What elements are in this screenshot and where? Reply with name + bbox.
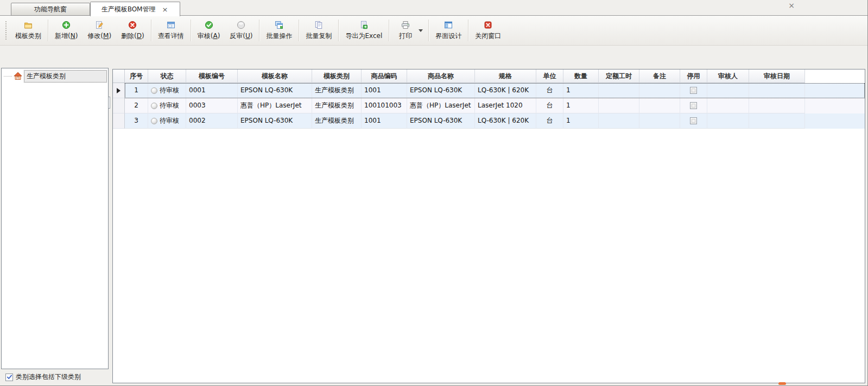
cell-auditor[interactable] — [707, 98, 749, 113]
tree-node-root[interactable]: 生产模板类别 — [4, 70, 107, 82]
column-header-name[interactable]: 模板名称 — [238, 69, 312, 83]
print-icon — [401, 21, 410, 29]
export-excel-button[interactable]: 导出为Excel — [340, 17, 387, 44]
cell-product_name[interactable]: EPSON LQ-630K — [407, 113, 475, 129]
cell-qty[interactable]: 1 — [563, 113, 599, 129]
tab-close-icon[interactable]: × — [161, 6, 169, 13]
current-row-arrow-icon — [117, 88, 121, 93]
include-subcategories-checkbox[interactable] — [5, 374, 13, 381]
cell-category[interactable]: 生产模板类别 — [312, 98, 362, 113]
column-header-qty[interactable]: 数量 — [563, 69, 599, 83]
cell-seq[interactable]: 2 — [125, 98, 148, 113]
cell-audit_date[interactable] — [749, 113, 805, 129]
approve-button[interactable]: 审核(A) — [193, 17, 225, 44]
cell-disabled[interactable] — [680, 83, 707, 98]
cell-name[interactable]: EPSON LQ-630K — [238, 113, 312, 129]
cell-product_code[interactable]: 1001 — [362, 113, 407, 129]
toolbar-button-label: 关闭窗口 — [475, 31, 501, 41]
cell-remark[interactable] — [639, 98, 680, 113]
cell-name[interactable]: 惠普（HP）LaserJet — [238, 98, 312, 113]
row-indicator-cell[interactable] — [113, 113, 125, 129]
column-header-hours[interactable]: 定额工时 — [599, 69, 639, 83]
toolbar: 模板类别新增(N)修改(M)删除(D)查看详情审核(A)反审(U)批量操作批量复… — [0, 16, 867, 46]
edit-button[interactable]: 修改(M) — [83, 17, 116, 44]
toolbar-button-label: 模板类别 — [15, 31, 41, 41]
cell-hours[interactable] — [599, 83, 639, 98]
column-header-status[interactable]: 状态 — [148, 69, 186, 83]
grid-row[interactable]: 3待审核0002EPSON LQ-630K生产模板类别1001EPSON LQ-… — [113, 113, 865, 129]
template-category-button[interactable]: 模板类别 — [10, 17, 46, 44]
cell-category[interactable]: 生产模板类别 — [312, 83, 362, 98]
close-window-button[interactable]: 关闭窗口 — [470, 17, 506, 44]
grid-body: 1待审核0001EPSON LQ-630K生产模板类别1001EPSON LQ-… — [113, 83, 865, 129]
cell-seq[interactable]: 1 — [125, 83, 148, 98]
cell-spec[interactable]: LQ-630K | 620K — [475, 83, 536, 98]
row-indicator-cell[interactable] — [113, 83, 125, 98]
cell-unit[interactable]: 台 — [536, 98, 563, 113]
cell-audit_date[interactable] — [749, 98, 805, 113]
cell-product_name[interactable]: 惠普（HP）LaserJet — [407, 98, 475, 113]
column-header-audit_date[interactable]: 审核日期 — [749, 69, 805, 83]
tab-function-navigation[interactable]: 功能导航窗 — [11, 3, 90, 16]
row-indicator-cell[interactable] — [113, 98, 125, 113]
cell-seq[interactable]: 3 — [125, 113, 148, 129]
unapprove-button[interactable]: 反审(U) — [225, 17, 257, 44]
column-header-auditor[interactable]: 审核人 — [707, 69, 749, 83]
window-close-icon[interactable]: × — [786, 1, 797, 10]
grid-header-row: 序号状态模板编号模板名称模板类别商品编码商品名称规格单位数量定额工时备注停用审核… — [113, 69, 865, 83]
cell-unit[interactable]: 台 — [536, 83, 563, 98]
column-header-remark[interactable]: 备注 — [639, 69, 680, 83]
cell-status[interactable]: 待审核 — [148, 98, 186, 113]
cell-spec[interactable]: LQ-630K | 620K — [475, 113, 536, 129]
view-detail-button[interactable]: 查看详情 — [153, 17, 189, 44]
design-icon — [444, 21, 453, 29]
cell-product_code[interactable]: 100101003 — [362, 98, 407, 113]
toolbar-grip[interactable] — [5, 21, 7, 40]
batch-operation-button[interactable]: 批量操作 — [261, 17, 297, 44]
tree-node-label[interactable]: 生产模板类别 — [24, 70, 107, 83]
filter-bar: 模板编号或名称 生产产品 ··· 模糊查询 物料名称 ··· 显示停用 查询(F… — [0, 46, 867, 66]
print-button[interactable]: 打印 — [391, 17, 420, 44]
cell-code[interactable]: 0001 — [186, 83, 238, 98]
cell-disabled[interactable] — [680, 113, 707, 129]
cell-category[interactable]: 生产模板类别 — [312, 113, 362, 129]
cell-code[interactable]: 0002 — [186, 113, 238, 129]
grid-row[interactable]: 2待审核0003惠普（HP）LaserJet生产模板类别100101003惠普（… — [113, 98, 865, 113]
cell-code[interactable]: 0003 — [186, 98, 238, 113]
column-header-category[interactable]: 模板类别 — [312, 69, 362, 83]
cell-hours[interactable] — [599, 98, 639, 113]
batch-copy-button[interactable]: 批量复制 — [301, 17, 337, 44]
grid-resize-nub[interactable] — [778, 382, 786, 385]
column-header-disabled[interactable]: 停用 — [680, 69, 707, 83]
add-button[interactable]: 新增(N) — [50, 17, 83, 44]
grid-row[interactable]: 1待审核0001EPSON LQ-630K生产模板类别1001EPSON LQ-… — [113, 83, 865, 98]
column-header-spec[interactable]: 规格 — [475, 69, 536, 83]
column-header-product_name[interactable]: 商品名称 — [407, 69, 475, 83]
ui-design-button[interactable]: 界面设计 — [430, 17, 466, 44]
cell-status[interactable]: 待审核 — [148, 83, 186, 98]
cell-hours[interactable] — [599, 113, 639, 129]
cell-disabled[interactable] — [680, 98, 707, 113]
cell-status[interactable]: 待审核 — [148, 113, 186, 129]
column-header-product_code[interactable]: 商品编码 — [362, 69, 407, 83]
cell-audit_date[interactable] — [749, 83, 805, 98]
cell-qty[interactable]: 1 — [563, 98, 599, 113]
column-header-seq[interactable]: 序号 — [125, 69, 148, 83]
cell-qty[interactable]: 1 — [563, 83, 599, 98]
print-dropdown-caret-icon[interactable] — [419, 29, 423, 32]
cell-auditor[interactable] — [707, 113, 749, 129]
cell-remark[interactable] — [639, 83, 680, 98]
delete-button[interactable]: 删除(D) — [116, 17, 149, 44]
cell-product_name[interactable]: EPSON LQ-630K — [407, 83, 475, 98]
column-header-code[interactable]: 模板编号 — [186, 69, 238, 83]
cell-product_code[interactable]: 1001 — [362, 83, 407, 98]
cell-auditor[interactable] — [707, 83, 749, 98]
column-header-unit[interactable]: 单位 — [536, 69, 563, 83]
tab-production-template-bom[interactable]: 生产模板BOM管理 × — [90, 2, 180, 16]
cell-spec[interactable]: LaserJet 1020 — [475, 98, 536, 113]
cell-remark[interactable] — [639, 113, 680, 129]
batch-icon — [275, 21, 283, 29]
toolbar-separator — [338, 20, 339, 41]
cell-unit[interactable]: 台 — [536, 113, 563, 129]
cell-name[interactable]: EPSON LQ-630K — [238, 83, 312, 98]
